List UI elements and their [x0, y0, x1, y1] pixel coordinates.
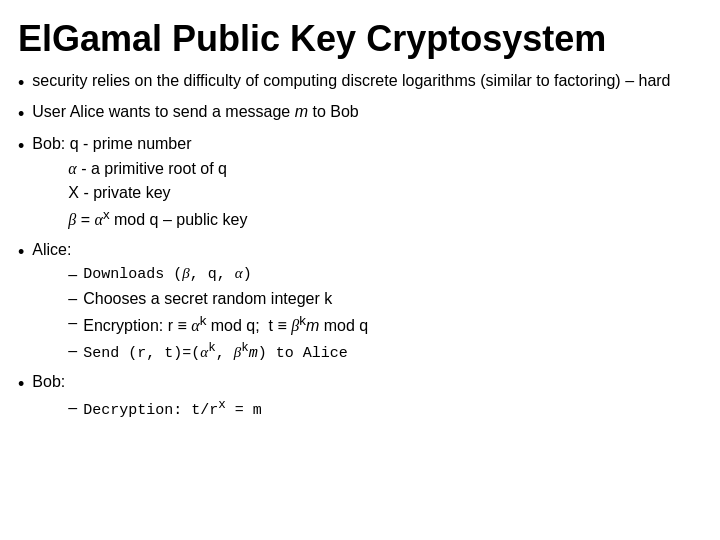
math-symbol: α — [68, 160, 76, 177]
math-symbol: α — [200, 344, 208, 360]
superscript: k — [241, 341, 249, 355]
bullet-dot: • — [18, 133, 24, 159]
sub-list: – Downloads (β, q, α) – Chooses a secret… — [32, 263, 696, 365]
list-item: – Downloads (β, q, α) — [68, 263, 696, 286]
bullet-text: security relies on the difficulty of com… — [32, 69, 696, 92]
sub-dash: – — [68, 287, 77, 310]
sub-text: X - private key — [68, 181, 696, 204]
math-symbol: α — [191, 318, 199, 335]
sub-dash: – — [68, 263, 77, 286]
sub-list: – Decryption: t/rx = m — [32, 396, 696, 422]
list-item: • Bob: q - prime number α - a primitive … — [18, 132, 696, 234]
list-item: • Bob: – Decryption: t/rx = m — [18, 370, 696, 423]
bullet-dot: • — [18, 371, 24, 397]
italic-m: m — [295, 103, 308, 120]
sub-text: Chooses a secret random integer k — [83, 287, 696, 310]
list-item: – Send (r, t)=(αk, βkm) to Alice — [68, 339, 696, 365]
list-item: • User Alice wants to send a message m t… — [18, 100, 696, 127]
slide-title: ElGamal Public Key Cryptosystem — [18, 18, 696, 59]
math-symbol: α — [235, 265, 243, 281]
math-symbol: α — [95, 211, 103, 228]
list-item: – Encryption: r ≡ αk mod q; t ≡ βkm mod … — [68, 311, 696, 338]
italic-m: m — [249, 345, 258, 362]
sub-dash: – — [68, 396, 77, 419]
bullet-text: Alice: – Downloads (β, q, α) – Chooses a… — [32, 238, 696, 367]
bullet-dot: • — [18, 239, 24, 265]
list-item: – Decryption: t/rx = m — [68, 396, 696, 422]
list-item: X - private key — [68, 181, 696, 204]
sub-text: Downloads (β, q, α) — [83, 263, 696, 286]
list-item: • Alice: – Downloads (β, q, α) – — [18, 238, 696, 367]
italic-m: m — [306, 318, 319, 335]
sub-text: β = αx mod q – public key — [68, 205, 696, 232]
bullet-dot: • — [18, 70, 24, 96]
sub-text: Encryption: r ≡ αk mod q; t ≡ βkm mod q — [83, 311, 696, 338]
slide: ElGamal Public Key Cryptosystem • securi… — [0, 0, 720, 540]
bullet-text: Bob: – Decryption: t/rx = m — [32, 370, 696, 423]
list-item: α - a primitive root of q — [68, 157, 696, 180]
sub-list: α - a primitive root of q X - private ke… — [32, 157, 696, 232]
superscript: x — [218, 398, 226, 412]
list-item: β = αx mod q – public key — [68, 205, 696, 232]
math-symbol: β — [68, 211, 76, 228]
sub-dash: – — [68, 311, 77, 334]
list-item: – Chooses a secret random integer k — [68, 287, 696, 310]
math-symbol: β — [182, 265, 189, 281]
main-list: • security relies on the difficulty of c… — [18, 69, 696, 423]
superscript: k — [208, 341, 216, 355]
list-item: • security relies on the difficulty of c… — [18, 69, 696, 96]
sub-text: Send (r, t)=(αk, βkm) to Alice — [83, 339, 696, 365]
bullet-text: Bob: q - prime number α - a primitive ro… — [32, 132, 696, 234]
sub-text: Decryption: t/rx = m — [83, 396, 696, 422]
sub-text: α - a primitive root of q — [68, 157, 696, 180]
superscript: x — [103, 207, 110, 222]
sub-dash: – — [68, 339, 77, 362]
superscript: k — [299, 313, 306, 328]
bullet-text: User Alice wants to send a message m to … — [32, 100, 696, 123]
slide-content: • security relies on the difficulty of c… — [18, 69, 696, 423]
bullet-dot: • — [18, 101, 24, 127]
superscript: k — [200, 313, 207, 328]
